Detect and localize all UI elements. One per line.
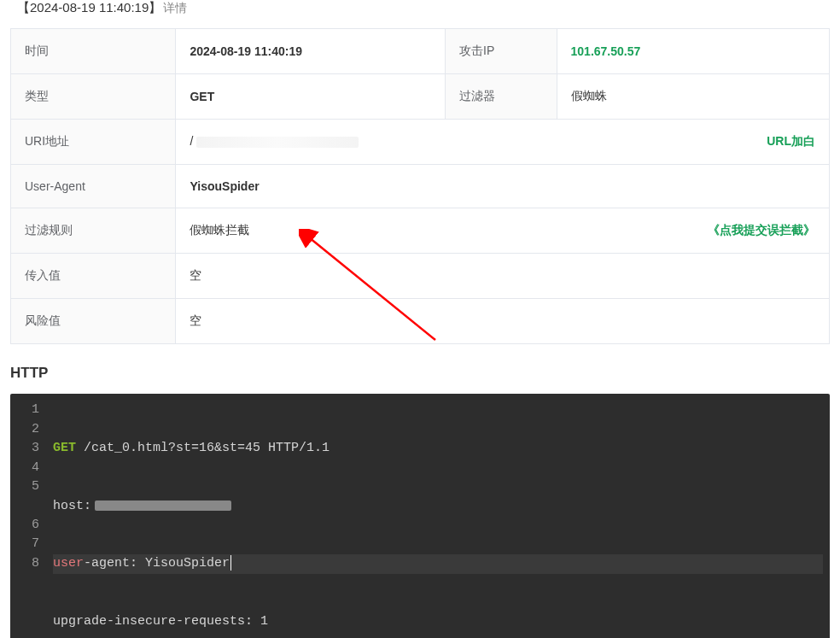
tok-host: host:	[53, 499, 91, 513]
header-detail-label: 详情	[163, 1, 187, 15]
table-row: 时间 2024-08-19 11:40:19 攻击IP 101.67.50.57	[11, 29, 830, 74]
uri-text: /	[190, 134, 193, 148]
text-caret	[230, 555, 231, 571]
value-incoming: 空	[176, 254, 830, 299]
header-timestamp: 【2024-08-19 11:40:19】	[17, 0, 161, 15]
code-line: upgrade-insecure-requests: 1	[53, 612, 823, 632]
table-row: 传入值 空	[11, 254, 830, 299]
tok-method: GET	[53, 441, 76, 455]
submit-false-positive-link[interactable]: 《点我提交误拦截》	[708, 223, 815, 238]
label-type: 类型	[11, 74, 176, 120]
http-code-block[interactable]: 1 2 3 4 5 6 7 8 GET /cat_0.html?st=16&st…	[10, 394, 830, 638]
tok-user: user	[53, 556, 84, 571]
line-number: 7	[10, 535, 43, 554]
tok-rest: -agent: YisouSpider	[84, 556, 230, 571]
label-time: 时间	[11, 29, 176, 74]
value-rule: 假蜘蛛拦截	[190, 223, 249, 237]
http-section-title: HTTP	[10, 344, 830, 394]
line-number: 3	[10, 439, 43, 459]
line-number: 4	[10, 459, 43, 478]
label-ip: 攻击IP	[446, 29, 557, 74]
value-uri: / URL加白	[176, 120, 830, 165]
code-line-highlighted: user-agent: YisouSpider	[53, 554, 823, 574]
label-rule: 过滤规则	[11, 208, 176, 254]
table-row: 类型 GET 过滤器 假蜘蛛	[11, 74, 830, 120]
uri-redacted	[196, 137, 359, 148]
table-row: 过滤规则 假蜘蛛拦截 《点我提交误拦截》	[11, 208, 830, 254]
value-ua: YisouSpider	[176, 165, 830, 208]
tok-rest: upgrade-insecure-requests: 1	[53, 614, 268, 629]
host-redacted	[95, 500, 231, 511]
table-row: User-Agent YisouSpider	[11, 165, 830, 208]
line-number: 6	[10, 516, 43, 536]
code-lines[interactable]: GET /cat_0.html?st=16&st=45 HTTP/1.1 hos…	[48, 397, 830, 638]
value-filter: 假蜘蛛	[557, 74, 829, 120]
line-number: 5	[10, 477, 43, 497]
value-type: GET	[176, 74, 446, 120]
page-header: 【2024-08-19 11:40:19】详情	[10, 0, 830, 28]
line-number: 8	[10, 554, 43, 574]
tok-path: /cat_0.html?st=16&st=45 HTTP/1.1	[76, 441, 330, 455]
label-uri: URI地址	[11, 120, 176, 165]
cell-ip: 101.67.50.57	[557, 29, 829, 74]
table-row: 风险值 空	[11, 299, 830, 344]
code-gutter: 1 2 3 4 5 6 7 8	[10, 397, 48, 638]
label-filter: 过滤器	[446, 74, 557, 120]
value-rule-cell: 假蜘蛛拦截 《点我提交误拦截》	[176, 208, 830, 254]
line-number: 2	[10, 420, 43, 440]
url-whitelist-link[interactable]: URL加白	[767, 134, 815, 149]
value-time: 2024-08-19 11:40:19	[176, 29, 446, 74]
ip-link[interactable]: 101.67.50.57	[571, 44, 641, 58]
line-number: 1	[10, 401, 43, 420]
code-line: GET /cat_0.html?st=16&st=45 HTTP/1.1	[53, 439, 823, 459]
label-incoming: 传入值	[11, 254, 176, 299]
label-ua: User-Agent	[11, 165, 176, 208]
table-row: URI地址 / URL加白	[11, 120, 830, 165]
code-line: host:	[53, 497, 823, 517]
value-risk: 空	[176, 299, 830, 344]
label-risk: 风险值	[11, 299, 176, 344]
detail-table: 时间 2024-08-19 11:40:19 攻击IP 101.67.50.57…	[10, 28, 830, 344]
